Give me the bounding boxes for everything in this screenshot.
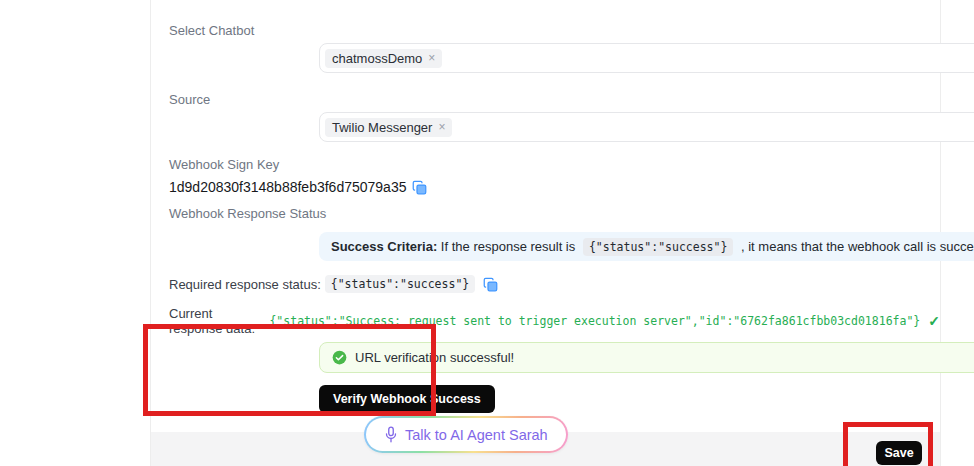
current-response-row: Current response data: {"status":"Succes…	[169, 306, 940, 336]
source-input[interactable]: Twilio Messenger ×	[319, 112, 974, 142]
success-criteria-infobox: Success Criteria: If the response result…	[319, 232, 974, 261]
verify-webhook-button[interactable]: Verify Webhook Success	[319, 385, 495, 413]
source-label: Source	[169, 92, 210, 107]
remove-source-tag-icon[interactable]: ×	[438, 121, 445, 133]
webhook-response-status-label: Webhook Response Status	[169, 206, 326, 221]
check-icon: ✓	[928, 313, 940, 329]
chatbot-tag-label: chatmossDemo	[332, 51, 422, 66]
ai-agent-button[interactable]: Talk to AI Agent Sarah	[364, 416, 568, 453]
current-response-value: {"status":"Success: request sent to trig…	[269, 314, 920, 328]
webhook-sign-key-row: 1d9d20830f3148b88feb3f6d75079a35	[169, 179, 427, 195]
required-response-label: Required response status:	[169, 277, 321, 292]
success-criteria-bold: Success Criteria:	[331, 239, 437, 254]
microphone-icon	[384, 426, 398, 444]
select-chatbot-input[interactable]: chatmossDemo ×	[319, 43, 974, 73]
save-button[interactable]: Save	[876, 441, 922, 465]
success-criteria-code: {"status":"success"}	[583, 238, 733, 256]
source-tag-label: Twilio Messenger	[332, 120, 432, 135]
success-criteria-pre: If the response result is	[441, 239, 575, 254]
ai-agent-button-inner: Talk to AI Agent Sarah	[366, 418, 566, 451]
copy-icon[interactable]	[483, 277, 498, 292]
webhook-sign-key-label: Webhook Sign Key	[169, 157, 279, 172]
chatbot-tag: chatmossDemo ×	[325, 49, 442, 68]
url-verification-text: URL verification successful!	[355, 350, 514, 365]
form-panel: Select Chatbot chatmossDemo × Source Twi…	[150, 0, 941, 466]
required-response-row: Required response status: {"status":"suc…	[169, 275, 498, 293]
remove-chatbot-tag-icon[interactable]: ×	[428, 52, 435, 64]
copy-icon[interactable]	[412, 180, 427, 195]
webhook-sign-key-value: 1d9d20830f3148b88feb3f6d75079a35	[169, 179, 406, 195]
ai-agent-button-label: Talk to AI Agent Sarah	[405, 427, 548, 443]
source-tag: Twilio Messenger ×	[325, 118, 452, 137]
url-verification-alert: URL verification successful!	[319, 342, 974, 373]
required-response-code: {"status":"success"}	[325, 275, 475, 293]
check-circle-icon	[332, 350, 347, 365]
success-criteria-post: , it means that the webhook call is succ…	[741, 239, 974, 254]
select-chatbot-label: Select Chatbot	[169, 23, 254, 38]
webhook-settings-page: Select Chatbot chatmossDemo × Source Twi…	[0, 0, 974, 466]
current-response-label: Current response data:	[169, 306, 263, 336]
